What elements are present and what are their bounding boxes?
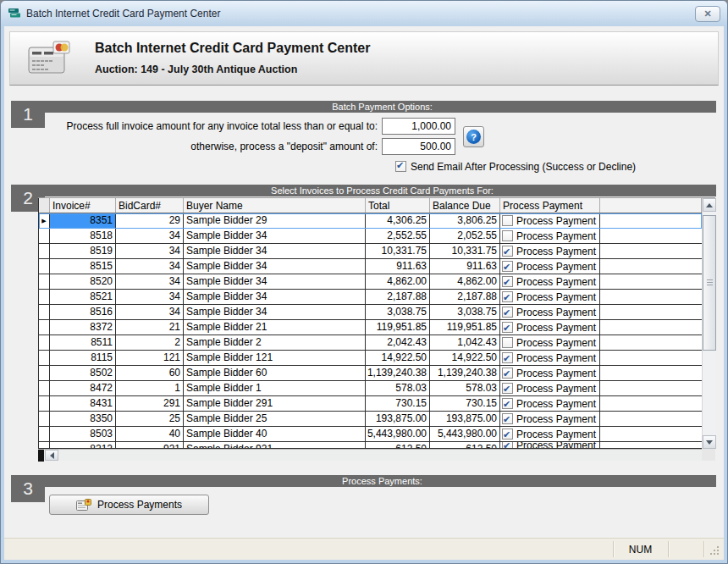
filler-cell <box>600 259 702 274</box>
app-icon <box>8 7 21 20</box>
total-cell: 119,951.85 <box>366 320 430 335</box>
process-payment-checkbox[interactable] <box>502 413 513 424</box>
header-total[interactable]: Total <box>366 198 430 213</box>
table-row[interactable]: 851834Sample Bidder 342,552.552,052.55Pr… <box>39 229 702 244</box>
row-selector[interactable] <box>39 244 50 258</box>
table-row[interactable]: 837221Sample Bidder 21119,951.85119,951.… <box>39 320 702 335</box>
row-selector[interactable] <box>39 335 50 350</box>
row-selector[interactable] <box>39 412 50 426</box>
row-selector[interactable] <box>39 366 50 380</box>
table-row[interactable]: 852034Sample Bidder 344,862.004,862.00Pr… <box>39 274 702 290</box>
row-selector[interactable] <box>39 274 50 289</box>
email-option[interactable]: Send Email After Processing (Success or … <box>395 161 636 173</box>
process-payment-checkbox[interactable] <box>502 429 513 440</box>
filler-cell <box>600 366 702 380</box>
header-panel: Batch Internet Credit Card Payment Cente… <box>9 31 719 86</box>
process-payment-label: Process Payment <box>516 275 596 289</box>
process-payment-cell[interactable]: Process Payment <box>500 335 600 350</box>
row-selector[interactable] <box>39 259 50 274</box>
process-payments-button[interactable]: Process Payments <box>49 495 209 515</box>
balance-due-cell: 4,862.00 <box>430 274 500 289</box>
process-payment-cell[interactable]: Process Payment <box>500 213 600 228</box>
row-selector[interactable] <box>39 290 50 304</box>
process-payment-cell[interactable]: Process Payment <box>500 290 600 304</box>
row-selector[interactable] <box>39 351 50 365</box>
header-invoice[interactable]: Invoice# <box>50 198 116 213</box>
splitter-handle[interactable] <box>38 450 44 462</box>
table-row[interactable]: 852134Sample Bidder 342,187.882,187.88Pr… <box>39 290 702 305</box>
process-payment-checkbox[interactable] <box>502 442 513 448</box>
bidcard-cell: 121 <box>116 351 184 365</box>
process-payment-cell[interactable]: Process Payment <box>500 244 600 258</box>
horizontal-scrollbar[interactable] <box>38 449 702 461</box>
table-row[interactable]: 851634Sample Bidder 343,038.753,038.75Pr… <box>39 305 702 320</box>
process-payment-cell[interactable]: Process Payment <box>500 381 600 395</box>
header-balance-due[interactable]: Balance Due <box>430 198 500 213</box>
process-payments-icon <box>76 499 91 511</box>
row-selector[interactable] <box>39 381 50 395</box>
process-payment-checkbox[interactable] <box>502 215 513 226</box>
process-payment-cell[interactable]: Process Payment <box>500 396 600 411</box>
process-payment-checkbox[interactable] <box>502 368 513 379</box>
process-payment-cell[interactable]: Process Payment <box>500 427 600 441</box>
process-payment-cell[interactable]: Process Payment <box>500 259 600 274</box>
scroll-left-button[interactable] <box>45 450 58 461</box>
table-row[interactable]: ▶835129Sample Bidder 294,306.253,806.25P… <box>39 213 702 229</box>
header-bidcard[interactable]: BidCard# <box>116 198 184 213</box>
table-row[interactable]: 8212921Sample Bidder 921612.50612.50Proc… <box>39 442 702 449</box>
row-selector[interactable]: ▶ <box>39 213 50 228</box>
buyer-name-cell: Sample Bidder 21 <box>184 320 366 335</box>
process-payment-checkbox[interactable] <box>502 276 513 287</box>
process-payment-checkbox[interactable] <box>502 352 513 363</box>
filler-cell <box>600 213 702 228</box>
vertical-scroll-thumb[interactable] <box>703 215 716 351</box>
process-payment-cell[interactable]: Process Payment <box>500 442 600 448</box>
process-payment-label: Process Payment <box>516 382 596 395</box>
process-payment-checkbox[interactable] <box>502 398 513 409</box>
table-row[interactable]: 85112Sample Bidder 22,042.431,042.43Proc… <box>39 335 702 351</box>
scroll-up-button[interactable] <box>703 198 716 212</box>
process-payment-checkbox[interactable] <box>502 307 513 318</box>
scroll-down-button[interactable] <box>703 435 716 449</box>
bidcard-cell: 291 <box>116 396 184 411</box>
process-payment-cell[interactable]: Process Payment <box>500 366 600 380</box>
close-button[interactable]: ✕ <box>695 6 720 22</box>
process-payment-cell[interactable]: Process Payment <box>500 305 600 319</box>
vertical-scrollbar[interactable] <box>702 198 715 449</box>
process-payment-checkbox[interactable] <box>502 337 513 348</box>
row-selector[interactable] <box>39 305 50 319</box>
full-amount-input[interactable] <box>382 118 455 135</box>
table-row[interactable]: 8115121Sample Bidder 12114,922.5014,922.… <box>39 351 702 366</box>
bidcard-cell: 29 <box>116 213 184 228</box>
process-payment-checkbox[interactable] <box>502 230 513 241</box>
table-row[interactable]: 84721Sample Bidder 1578.03578.03Process … <box>39 381 702 396</box>
process-payment-checkbox[interactable] <box>502 322 513 333</box>
process-payment-cell[interactable]: Process Payment <box>500 274 600 289</box>
process-payment-cell[interactable]: Process Payment <box>500 412 600 426</box>
row-selector[interactable] <box>39 442 50 448</box>
row-selector[interactable] <box>39 396 50 411</box>
header-process-payment[interactable]: Process Payment <box>500 198 600 213</box>
table-row[interactable]: 850260Sample Bidder 601,139,240.381,139,… <box>39 366 702 381</box>
table-row[interactable]: 850340Sample Bidder 405,443,980.005,443,… <box>39 427 702 442</box>
table-row[interactable]: 8431291Sample Bidder 291730.15730.15Proc… <box>39 396 702 412</box>
deposit-input[interactable] <box>382 138 455 155</box>
help-button[interactable]: ? <box>463 126 484 147</box>
resize-grip[interactable] <box>717 546 719 548</box>
row-selector[interactable] <box>39 320 50 335</box>
process-payment-cell[interactable]: Process Payment <box>500 229 600 243</box>
process-payment-cell[interactable]: Process Payment <box>500 320 600 335</box>
table-row[interactable]: 835025Sample Bidder 25193,875.00193,875.… <box>39 412 702 427</box>
table-row[interactable]: 851934Sample Bidder 3410,331.7510,331.75… <box>39 244 702 259</box>
process-payment-checkbox[interactable] <box>502 261 513 272</box>
row-selector[interactable] <box>39 229 50 243</box>
process-payment-cell[interactable]: Process Payment <box>500 351 600 365</box>
process-payment-checkbox[interactable] <box>502 291 513 302</box>
process-payment-checkbox[interactable] <box>502 383 513 394</box>
header-buyer-name[interactable]: Buyer Name <box>184 198 366 213</box>
row-selector[interactable] <box>39 427 50 441</box>
titlebar[interactable]: Batch Internet Credit Card Payment Cente… <box>1 1 727 26</box>
email-checkbox[interactable] <box>395 161 406 172</box>
table-row[interactable]: 851534Sample Bidder 34911.63911.63Proces… <box>39 259 702 274</box>
process-payment-checkbox[interactable] <box>502 246 513 257</box>
